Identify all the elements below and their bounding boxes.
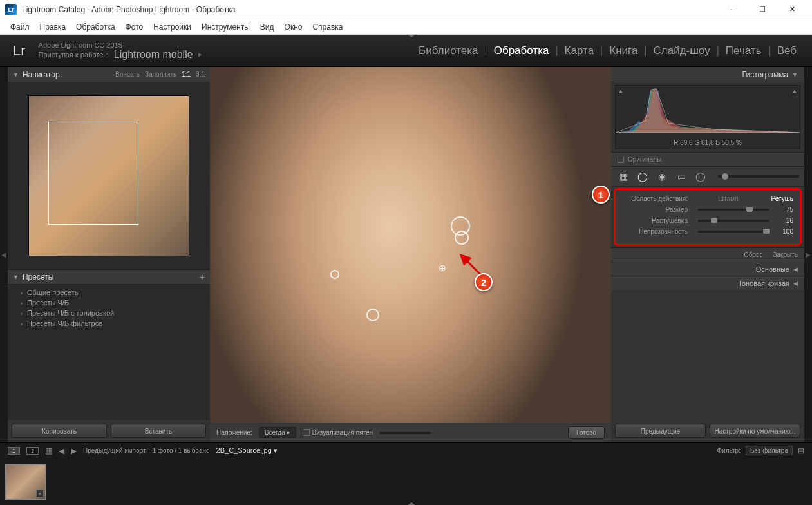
- center-toolbar: Наложение: Всегда ▾ Визуализация пятен Г…: [210, 423, 611, 442]
- histogram[interactable]: ▲ ▲ R 69,6 G 61,8 B 50,5 %: [615, 85, 800, 149]
- thumb-badge-icon: ±: [36, 490, 44, 497]
- filmstrip-bar: 1 2 ▦ ◀ ▶ Предыдущий импорт 1 фото / 1 в…: [0, 442, 812, 459]
- navigator-header[interactable]: ▼ Навигатор ВписатьЗаполнить1:13:1: [8, 67, 210, 82]
- slider-value: 75: [774, 206, 793, 213]
- maximize-button[interactable]: ☐: [748, 0, 777, 19]
- branding-prefix: Приступая к работе с: [39, 51, 109, 59]
- grad-tool-icon[interactable]: ▭: [674, 169, 688, 184]
- right-rail-toggle[interactable]: ▶: [804, 67, 812, 442]
- preset-folder[interactable]: Пресеты Ч/Б с тонировкой: [8, 308, 210, 318]
- overlay-select[interactable]: Всегда ▾: [259, 427, 296, 438]
- menu-файл[interactable]: Файл: [5, 21, 35, 33]
- product-version: Adobe Lightroom CC 2015: [39, 41, 202, 49]
- originals-row[interactable]: Оригиналы: [611, 152, 804, 166]
- slider-label: Растушёвка: [622, 217, 693, 224]
- branding: Adobe Lightroom CC 2015 Приступая к рабо…: [39, 41, 202, 61]
- filter-lock-icon[interactable]: ⊟: [798, 446, 804, 455]
- current-filename[interactable]: 2B_C_Source.jpg ▾: [216, 446, 278, 455]
- slider-label: Размер: [622, 206, 693, 213]
- nav-zoom-1[interactable]: Заполнить: [145, 71, 176, 78]
- menu-настройки[interactable]: Настройки: [148, 21, 196, 33]
- paste-button[interactable]: Вставить: [111, 424, 206, 438]
- tone-curve-section-header[interactable]: Тоновая кривая◀: [611, 276, 804, 290]
- slider-Растушёвка[interactable]: [698, 220, 769, 222]
- screen-mode-1[interactable]: 1: [8, 447, 20, 455]
- copy-button[interactable]: Копировать: [12, 424, 107, 438]
- spot-marker[interactable]: [330, 270, 339, 279]
- nav-zoom-3[interactable]: 3:1: [196, 71, 205, 78]
- module-3[interactable]: Книга: [607, 44, 640, 57]
- photo-count: 1 фото / 1 выбрано: [153, 447, 210, 454]
- preset-folder[interactable]: Пресеты Ч/Б: [8, 298, 210, 308]
- close-button[interactable]: ✕: [777, 0, 807, 19]
- next-photo-icon[interactable]: ▶: [71, 446, 77, 455]
- thumbnail[interactable]: ±: [5, 464, 46, 500]
- navigator-title: Навигатор: [23, 70, 60, 79]
- redeye-tool-icon[interactable]: ◉: [655, 169, 669, 184]
- right-panel: Гистограмма ▼ ▲ ▲ R 69,6 G 61,8 B 50,5 %: [611, 67, 804, 442]
- spot-panel-footer: Сброс Закрыть: [611, 247, 804, 262]
- source-label[interactable]: Предыдущий импорт: [83, 447, 146, 454]
- presets-title: Пресеты: [23, 272, 53, 281]
- prev-photo-icon[interactable]: ◀: [59, 446, 64, 455]
- mode-heal[interactable]: Ретушь: [771, 195, 793, 202]
- module-2[interactable]: Карта: [562, 44, 597, 57]
- basic-section-header[interactable]: Основные◀: [611, 262, 804, 276]
- area-label: Область действия:: [622, 195, 693, 202]
- rgb-readout: R 69,6 G 61,8 B 50,5 %: [616, 139, 800, 146]
- nav-zoom-2[interactable]: 1:1: [182, 71, 191, 78]
- photo-canvas[interactable]: ⊕ 2: [210, 67, 611, 423]
- radial-tool-icon[interactable]: ◯: [694, 169, 708, 184]
- minimize-button[interactable]: ─: [718, 0, 748, 19]
- grid-icon[interactable]: ▦: [45, 446, 52, 455]
- slider-value: 100: [774, 228, 793, 235]
- mode-stamp[interactable]: Штамп: [718, 195, 738, 202]
- filter-label: Фильтр:: [717, 447, 741, 454]
- menu-инструменты[interactable]: Инструменты: [196, 21, 255, 33]
- spot-visualization-checkbox[interactable]: Визуализация пятен: [303, 429, 373, 436]
- module-1[interactable]: Обработка: [491, 44, 552, 57]
- histogram-header[interactable]: Гистограмма ▼: [611, 67, 804, 82]
- screen-mode-2[interactable]: 2: [26, 447, 39, 455]
- menu-обработка[interactable]: Обработка: [71, 21, 120, 33]
- module-4[interactable]: Слайд-шоу: [651, 44, 713, 57]
- menu-правка[interactable]: Правка: [35, 21, 71, 33]
- menubar: ФайлПравкаОбработкаФотоНастройкиИнструме…: [0, 19, 812, 35]
- tool-size-slider[interactable]: [718, 175, 799, 178]
- center-area: ⊕ 2 Наложение: Всегда ▾ Визуализация пят…: [210, 67, 611, 442]
- navigator-preview[interactable]: [8, 82, 210, 269]
- preset-folder[interactable]: Пресеты Ч/Б фильтров: [8, 318, 210, 329]
- branding-mobile[interactable]: Lightroom mobile: [114, 49, 193, 61]
- crop-tool-icon[interactable]: ▦: [616, 169, 630, 184]
- reset-button[interactable]: Сброс: [744, 251, 762, 258]
- left-rail-toggle[interactable]: ◀: [0, 67, 8, 442]
- add-preset-button[interactable]: +: [200, 272, 205, 282]
- spot-tool-icon[interactable]: ◯: [636, 169, 650, 184]
- menu-справка[interactable]: Справка: [307, 21, 348, 33]
- filmstrip[interactable]: ±: [0, 459, 812, 505]
- preset-folder[interactable]: Общие пресеты: [8, 287, 210, 298]
- preset-list: Общие пресетыПресеты Ч/БПресеты Ч/Б с то…: [8, 285, 210, 420]
- filter-select[interactable]: Без фильтра: [746, 446, 793, 455]
- slider-Непрозрачность[interactable]: [698, 231, 769, 233]
- spot-marker[interactable]: [455, 231, 469, 245]
- menu-вид[interactable]: Вид: [255, 21, 279, 33]
- slider-label: Непрозрачность: [622, 228, 693, 235]
- lr-logo: Lr: [13, 43, 26, 59]
- titlebar: Lr Lightroom Catalog - Adobe Photoshop L…: [0, 0, 812, 19]
- vis-threshold-slider[interactable]: [379, 432, 431, 434]
- slider-Размер[interactable]: [698, 209, 769, 211]
- nav-zoom-0[interactable]: Вписать: [115, 71, 140, 78]
- previous-button[interactable]: Предыдущие: [615, 424, 706, 438]
- module-0[interactable]: Библиотека: [416, 44, 480, 57]
- menu-фото[interactable]: Фото: [120, 21, 149, 33]
- presets-header[interactable]: ▼ Пресеты +: [8, 269, 210, 285]
- menu-окно[interactable]: Окно: [279, 21, 308, 33]
- module-5[interactable]: Печать: [723, 44, 764, 57]
- defaults-button[interactable]: Настройки по умолчанию...: [710, 424, 800, 438]
- module-6[interactable]: Веб: [775, 44, 799, 57]
- done-button[interactable]: Готово: [568, 426, 605, 439]
- close-panel-button[interactable]: Закрыть: [773, 251, 798, 258]
- slider-value: 26: [774, 217, 793, 224]
- overlay-label: Наложение:: [216, 429, 252, 436]
